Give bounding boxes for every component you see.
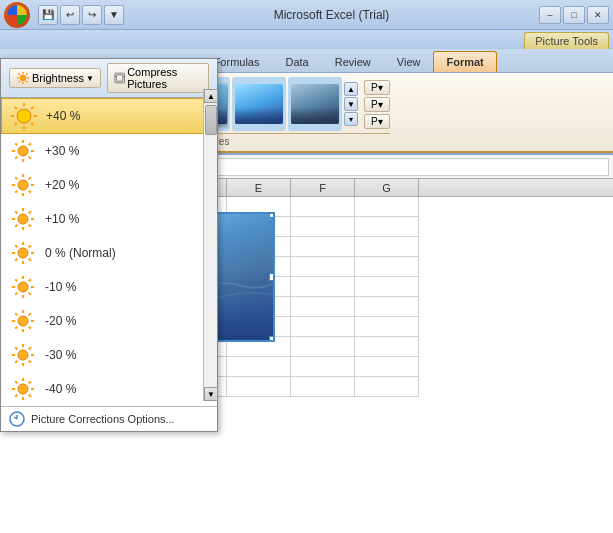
picture-style-6[interactable] — [288, 77, 342, 131]
svg-line-23 — [29, 157, 31, 159]
cell-9-4[interactable] — [291, 377, 355, 397]
brightness-item-m30[interactable]: -30 % — [1, 338, 217, 372]
picture-style-5[interactable] — [232, 77, 286, 131]
cell-1-5[interactable] — [355, 217, 419, 237]
minimize-button[interactable]: – — [539, 6, 561, 24]
svg-line-8 — [19, 81, 20, 82]
picture-layout-button[interactable]: P▾ — [364, 114, 390, 129]
compress-button-label: Compress Pictures — [127, 66, 202, 90]
picture-styles-scroll-up[interactable]: ▲ — [344, 82, 358, 96]
col-header-E: E — [227, 179, 291, 196]
svg-point-93 — [18, 384, 28, 394]
svg-point-39 — [18, 180, 28, 190]
svg-line-54 — [15, 245, 17, 247]
title-bar-left: 💾 ↩ ↪ ▼ — [4, 2, 124, 28]
scrollbar-thumb[interactable] — [205, 105, 217, 135]
compress-icon — [114, 71, 125, 85]
svg-line-14 — [31, 123, 33, 125]
svg-line-52 — [15, 259, 17, 261]
svg-line-63 — [15, 279, 17, 281]
redo-button[interactable]: ↪ — [82, 5, 102, 25]
cell-8-5[interactable] — [355, 357, 419, 377]
close-button[interactable]: ✕ — [587, 6, 609, 24]
cell-0-4[interactable] — [291, 197, 355, 217]
cell-8-4[interactable] — [291, 357, 355, 377]
tab-data[interactable]: Data — [272, 51, 321, 72]
compress-pictures-button[interactable]: Compress Pictures — [107, 63, 209, 93]
cell-5-4[interactable] — [291, 297, 355, 317]
sun-icon-m30 — [9, 341, 37, 369]
svg-line-43 — [15, 225, 17, 227]
sun-icon-normal — [9, 239, 37, 267]
svg-line-50 — [29, 259, 31, 261]
brightness-item-p20[interactable]: +20 % — [1, 168, 217, 202]
brightness-item-m40[interactable]: -40 % — [1, 372, 217, 406]
resize-handle-tr[interactable] — [269, 212, 275, 218]
cell-3-4[interactable] — [291, 257, 355, 277]
sun-icon-p10 — [9, 205, 37, 233]
cell-7-5[interactable] — [355, 337, 419, 357]
cell-4-5[interactable] — [355, 277, 419, 297]
picture-styles-more[interactable]: ▾ — [344, 112, 358, 126]
cell-5-5[interactable] — [355, 297, 419, 317]
tab-view[interactable]: View — [384, 51, 434, 72]
dropdown-scrollbar[interactable]: ▲ ▼ — [203, 89, 217, 401]
svg-line-88 — [15, 395, 17, 397]
brightness-label-m30: -30 % — [45, 348, 76, 362]
brightness-item-p40[interactable]: +40 % — [1, 98, 217, 134]
cell-6-5[interactable] — [355, 317, 419, 337]
picture-effects-button[interactable]: P▾ — [364, 97, 390, 112]
svg-point-66 — [18, 282, 28, 292]
cell-6-4[interactable] — [291, 317, 355, 337]
cell-7-4[interactable] — [291, 337, 355, 357]
quick-access-toolbar: 💾 ↩ ↪ ▼ — [38, 5, 124, 25]
picture-styles-scroll-down[interactable]: ▼ — [344, 97, 358, 111]
cell-0-5[interactable] — [355, 197, 419, 217]
svg-line-77 — [29, 361, 31, 363]
app-title: Microsoft Excel (Trial) — [124, 8, 539, 22]
save-button[interactable]: 💾 — [38, 5, 58, 25]
cell-1-4[interactable] — [291, 217, 355, 237]
scrollbar-down-arrow[interactable]: ▼ — [204, 387, 218, 401]
cell-4-4[interactable] — [291, 277, 355, 297]
sun-icon-p40 — [10, 102, 38, 130]
svg-line-56 — [29, 245, 31, 247]
undo-button[interactable]: ↩ — [60, 5, 80, 25]
svg-line-86 — [29, 395, 31, 397]
customize-button[interactable]: ▼ — [104, 5, 124, 25]
svg-line-74 — [29, 313, 31, 315]
scrollbar-up-arrow[interactable]: ▲ — [204, 89, 218, 103]
brightness-item-p10[interactable]: +10 % — [1, 202, 217, 236]
svg-line-47 — [29, 211, 31, 213]
cell-9-3[interactable] — [227, 377, 291, 397]
corrections-icon — [9, 411, 25, 427]
corrections-label: Picture Corrections Options... — [31, 413, 175, 425]
cell-9-5[interactable] — [355, 377, 419, 397]
sun-icon-p30 — [9, 137, 37, 165]
col-header-G: G — [355, 179, 419, 196]
picture-corrections-button[interactable]: Picture Corrections Options... — [1, 406, 217, 431]
svg-line-25 — [15, 157, 17, 159]
cell-2-5[interactable] — [355, 237, 419, 257]
office-button[interactable] — [4, 2, 30, 28]
svg-line-83 — [29, 347, 31, 349]
cell-3-5[interactable] — [355, 257, 419, 277]
picture-border-button[interactable]: P▾ — [364, 80, 390, 95]
svg-point-0 — [20, 75, 26, 81]
brightness-item-p30[interactable]: +30 % — [1, 134, 217, 168]
cell-8-3[interactable] — [227, 357, 291, 377]
cell-2-4[interactable] — [291, 237, 355, 257]
resize-handle-mr[interactable] — [269, 273, 275, 281]
brightness-label-m40: -40 % — [45, 382, 76, 396]
office-logo — [7, 5, 27, 25]
brightness-item-m10[interactable]: -10 % — [1, 270, 217, 304]
tab-format[interactable]: Format — [433, 51, 496, 72]
brightness-item-normal[interactable]: 0 % (Normal) — [1, 236, 217, 270]
brightness-header-button[interactable]: Brightness ▼ — [9, 68, 101, 88]
resize-handle-br[interactable] — [269, 336, 275, 342]
maximize-button[interactable]: □ — [563, 6, 585, 24]
tab-review[interactable]: Review — [322, 51, 384, 72]
window-controls: – □ ✕ — [539, 6, 609, 24]
brightness-item-m20[interactable]: -20 % — [1, 304, 217, 338]
sun-icon-m10 — [9, 273, 37, 301]
